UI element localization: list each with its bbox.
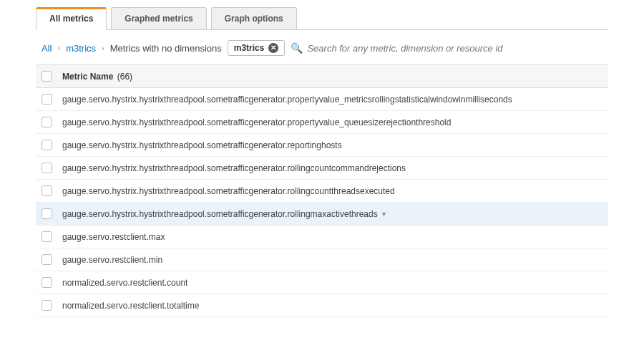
row-checkbox[interactable] (42, 140, 52, 150)
row-checkbox[interactable] (42, 277, 52, 288)
table-row[interactable]: gauge.servo.hystrix.hystrixthreadpool.so… (36, 180, 608, 203)
table-row[interactable]: gauge.servo.hystrix.hystrixthreadpool.so… (36, 111, 608, 134)
row-checkbox[interactable] (42, 254, 52, 265)
table-body: gauge.servo.hystrix.hystrixthreadpool.so… (36, 88, 608, 317)
close-icon[interactable]: ✕ (268, 43, 278, 53)
filter-chip-label: m3trics (234, 43, 265, 53)
metric-name: normalized.servo.restclient.count (62, 278, 187, 288)
chevron-right-icon: › (57, 44, 60, 52)
column-header-metric-name[interactable]: Metric Name (66) (62, 72, 132, 82)
tab-all-metrics[interactable]: All metrics (36, 7, 107, 29)
row-checkbox[interactable] (42, 163, 52, 173)
search-input[interactable] (307, 43, 602, 54)
row-checkbox[interactable] (42, 300, 52, 311)
table-row[interactable]: gauge.servo.hystrix.hystrixthreadpool.so… (36, 88, 608, 111)
row-checkbox[interactable] (42, 231, 52, 242)
row-checkbox[interactable] (42, 117, 52, 127)
metric-name: gauge.servo.hystrix.hystrixthreadpool.so… (62, 163, 406, 173)
tab-graph-options[interactable]: Graph options (211, 7, 297, 29)
metric-name: gauge.servo.restclient.max (62, 232, 165, 242)
chevron-right-icon: › (102, 44, 104, 52)
breadcrumb-row: All › m3trics › Metrics with no dimensio… (36, 30, 608, 64)
metric-name: normalized.servo.restclient.totaltime (62, 301, 199, 311)
breadcrumb: All › m3trics › Metrics with no dimensio… (42, 43, 222, 54)
search-icon: 🔍 (291, 42, 303, 54)
table-row[interactable]: gauge.servo.hystrix.hystrixthreadpool.so… (36, 157, 608, 180)
select-all-checkbox[interactable] (42, 71, 52, 82)
table-row[interactable]: normalized.servo.restclient.totaltime (36, 294, 608, 317)
table-row[interactable]: gauge.servo.restclient.max (36, 226, 608, 248)
row-checkbox[interactable] (42, 208, 52, 219)
table-row[interactable]: gauge.servo.hystrix.hystrixthreadpool.so… (36, 134, 608, 157)
table-row[interactable]: gauge.servo.restclient.min (36, 248, 608, 271)
row-checkbox[interactable] (42, 94, 52, 105)
metrics-panel: All metrics Graphed metrics Graph option… (0, 0, 644, 317)
search-wrap: 🔍 (291, 42, 602, 54)
metric-name: gauge.servo.hystrix.hystrixthreadpool.so… (62, 209, 378, 219)
table-header: Metric Name (66) (36, 64, 608, 88)
chevron-down-icon[interactable]: ▾ (382, 210, 386, 218)
breadcrumb-all[interactable]: All (42, 43, 52, 54)
tab-graphed-metrics[interactable]: Graphed metrics (111, 7, 206, 29)
metric-name: gauge.servo.hystrix.hystrixthreadpool.so… (62, 95, 512, 105)
row-checkbox[interactable] (42, 185, 52, 196)
metric-name: gauge.servo.hystrix.hystrixthreadpool.so… (62, 140, 342, 150)
tabs-bar: All metrics Graphed metrics Graph option… (36, 7, 608, 30)
table-row[interactable]: gauge.servo.hystrix.hystrixthreadpool.so… (36, 203, 608, 226)
metric-name: gauge.servo.hystrix.hystrixthreadpool.so… (62, 186, 395, 196)
table-row[interactable]: normalized.servo.restclient.count (36, 271, 608, 294)
breadcrumb-current: Metrics with no dimensions (110, 43, 222, 54)
metric-name: gauge.servo.hystrix.hystrixthreadpool.so… (62, 117, 451, 127)
filter-chip[interactable]: m3trics ✕ (228, 40, 286, 56)
breadcrumb-namespace[interactable]: m3trics (66, 43, 96, 54)
metric-name: gauge.servo.restclient.min (62, 255, 162, 265)
